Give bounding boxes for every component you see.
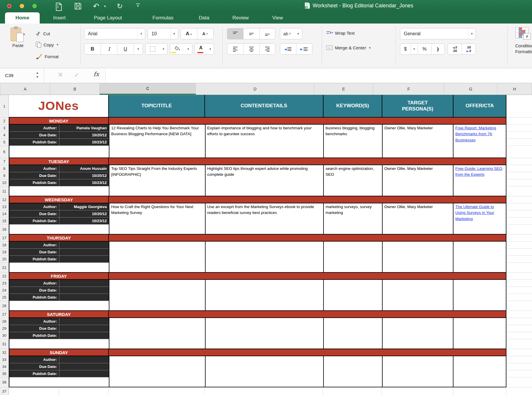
row-header-20[interactable]: 20: [0, 256, 9, 263]
day-cell-thursday[interactable]: THURSDAY: [9, 235, 109, 241]
due-date-label-cell[interactable]: Due Date:: [9, 363, 59, 370]
empty-cells-column-h[interactable]: [506, 349, 532, 387]
content-cell[interactable]: [205, 356, 323, 387]
empty-cell[interactable]: [506, 349, 532, 356]
publish-date-label-cell[interactable]: Publish Date:: [9, 139, 59, 146]
row-header-12[interactable]: 12: [0, 196, 9, 203]
empty-cells-column-h[interactable]: [506, 95, 532, 118]
merge-center-button[interactable]: ↔ Merge & Center▼: [326, 45, 371, 50]
empty-cell[interactable]: [506, 158, 532, 165]
keywords-cell[interactable]: marketing surveys, survey marketing: [323, 203, 382, 234]
block-spacer-cell[interactable]: [9, 339, 109, 349]
empty-cell[interactable]: [506, 225, 532, 235]
day-cell-friday[interactable]: FRIDAY: [9, 273, 109, 279]
offer-link[interactable]: Free Report: Marketing Benchmarks from 7…: [455, 126, 496, 142]
block-spacer-cell[interactable]: [9, 377, 109, 387]
empty-cell[interactable]: [506, 370, 532, 377]
align-bottom-button[interactable]: [260, 29, 275, 39]
orientation-button[interactable]: ab ↗ ▼: [280, 28, 302, 39]
offer-cell[interactable]: Free Guide: Learning SEO from the Expert…: [453, 165, 506, 196]
day-cell-wednesday[interactable]: WEDNESDAY: [9, 196, 109, 203]
redo-icon[interactable]: ↻: [115, 2, 124, 10]
empty-cell[interactable]: [506, 235, 532, 242]
borders-dropdown-icon[interactable]: ▼: [160, 44, 167, 54]
paste-button[interactable]: ▼ Paste: [5, 28, 31, 48]
conditional-formatting-button[interactable]: ≠ Conditional Formatting: [515, 27, 532, 55]
row-header-29[interactable]: 29: [0, 325, 9, 332]
block-spacer-cell[interactable]: [9, 225, 109, 234]
publish-date-value-cell[interactable]: [59, 332, 109, 339]
row-header-21[interactable]: 21: [0, 263, 9, 273]
empty-cell[interactable]: [506, 125, 532, 132]
row-header-10[interactable]: 10: [0, 179, 9, 186]
borders-button[interactable]: ▼: [145, 43, 168, 55]
content-cell[interactable]: [205, 318, 323, 349]
wrap-text-button[interactable]: ↩ Wrap Text: [326, 31, 355, 36]
topic-cell[interactable]: Top SEO Tips Straight From the Industry …: [109, 165, 205, 196]
logo-cell[interactable]: JONes: [9, 95, 108, 117]
empty-cell[interactable]: [506, 363, 532, 370]
row-header-3[interactable]: 3: [0, 125, 9, 132]
empty-cell[interactable]: [506, 203, 532, 210]
undo-dropdown-icon[interactable]: ▼: [104, 5, 106, 8]
empty-cells-column-h[interactable]: [506, 158, 532, 196]
offer-link[interactable]: The Ultimate Guide to Using Surveys in Y…: [455, 205, 494, 221]
due-date-value-cell[interactable]: 10/20/12: [59, 172, 109, 179]
publish-date-label-cell[interactable]: Publish Date:: [9, 370, 59, 377]
tab-insert[interactable]: Insert: [53, 12, 66, 24]
empty-cell[interactable]: [506, 287, 532, 294]
font-name-select[interactable]: Arial▼: [84, 28, 145, 39]
due-date-label-cell[interactable]: Due Date:: [9, 325, 59, 332]
name-box-stepper-icon[interactable]: ▲▼: [36, 71, 39, 79]
row-header-22[interactable]: 22: [0, 273, 9, 280]
name-box[interactable]: C39 ▲▼: [0, 68, 44, 83]
insert-function-icon[interactable]: fx: [94, 71, 99, 78]
column-title-target-persona-s-[interactable]: TARGET PERSONA(S): [382, 95, 453, 117]
decrease-font-size-button[interactable]: A▼: [197, 29, 213, 39]
empty-cell[interactable]: [506, 256, 532, 263]
due-date-label-cell[interactable]: Due Date:: [9, 172, 59, 179]
italic-button[interactable]: I: [101, 44, 117, 54]
tab-formulas[interactable]: Formulas: [153, 12, 174, 24]
author-value-cell[interactable]: Pamela Vaughan: [59, 125, 109, 132]
offer-cell[interactable]: The Ultimate Guide to Using Surveys in Y…: [453, 203, 506, 234]
underline-button[interactable]: U: [117, 44, 134, 54]
day-band-extension[interactable]: [109, 235, 506, 241]
keywords-cell[interactable]: [323, 280, 382, 310]
author-value-cell[interactable]: Maggie Georgieva: [59, 203, 109, 210]
tab-view[interactable]: View: [272, 12, 283, 24]
due-date-value-cell[interactable]: [59, 287, 109, 294]
empty-row-cells[interactable]: [9, 387, 532, 395]
align-middle-button[interactable]: [244, 29, 260, 39]
row-header-8[interactable]: 8: [0, 165, 9, 172]
due-date-value-cell[interactable]: [59, 325, 109, 332]
orientation-dropdown-icon[interactable]: ▼: [294, 29, 302, 39]
tab-data[interactable]: Data: [199, 12, 209, 24]
row-header-13[interactable]: 13: [0, 203, 9, 210]
day-band-extension[interactable]: [109, 196, 506, 203]
author-value-cell[interactable]: [59, 318, 109, 325]
formula-input[interactable]: [106, 68, 532, 83]
column-title-topic-title[interactable]: TOPIC/TITLE: [108, 95, 204, 117]
topic-cell[interactable]: [109, 280, 205, 310]
save-icon[interactable]: [74, 2, 82, 10]
empty-cell[interactable]: [506, 339, 532, 349]
content-cell[interactable]: [205, 280, 323, 310]
row-header-31[interactable]: 31: [0, 339, 9, 349]
row-header-9[interactable]: 9: [0, 172, 9, 179]
empty-cell[interactable]: [506, 217, 532, 225]
author-value-cell[interactable]: [59, 242, 109, 249]
topic-cell[interactable]: [109, 356, 205, 387]
empty-cell[interactable]: [506, 301, 532, 311]
empty-cell[interactable]: [506, 196, 532, 203]
due-date-label-cell[interactable]: Due Date:: [9, 132, 59, 139]
row-header-30[interactable]: 30: [0, 332, 9, 339]
currency-button[interactable]: $: [400, 44, 411, 54]
row-header-35[interactable]: 35: [0, 370, 9, 377]
due-date-label-cell[interactable]: Due Date:: [9, 249, 59, 256]
empty-cell[interactable]: [506, 132, 532, 139]
row-header-28[interactable]: 28: [0, 318, 9, 325]
tab-page-layout[interactable]: Page Layout: [94, 12, 122, 24]
increase-decimal-button[interactable]: .00▶.0: [462, 44, 476, 54]
empty-cell[interactable]: [506, 273, 532, 280]
